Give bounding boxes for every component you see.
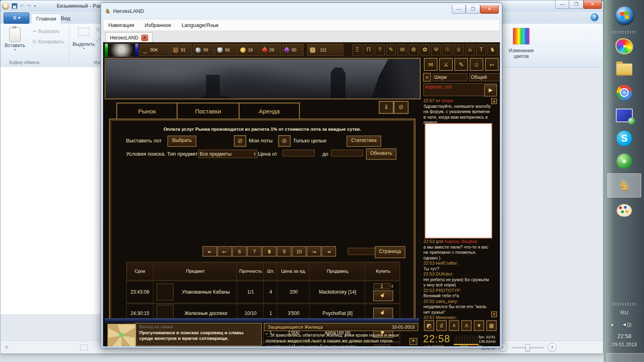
paint-app-menu-button[interactable]: ≣ ▾	[4, 12, 29, 24]
collapse-chat-icon[interactable]: ▼	[474, 320, 484, 331]
qat-dropdown-icon[interactable]: ▼	[33, 4, 37, 8]
masks-chat-icon[interactable]: ☺	[470, 58, 483, 71]
page-prev-button[interactable]: ↜	[217, 246, 232, 257]
chat-scroll-up-icon[interactable]: ▲	[491, 98, 497, 104]
item-icon[interactable]	[157, 284, 173, 300]
channel-spinner-icon[interactable]: ▲▼	[499, 75, 500, 79]
page-next-button[interactable]: ↝	[307, 246, 321, 257]
medal-icon[interactable]: ☉	[442, 44, 453, 56]
clear-chat-icon[interactable]: ◩	[424, 320, 434, 331]
buy-button[interactable]: ☛	[373, 308, 393, 319]
game-titlebar[interactable]: ♞ HeroesLAND — ❐ ✕	[101, 3, 502, 19]
tray-expand-icon[interactable]: ◄	[610, 323, 614, 327]
game-close-button[interactable]: ✕	[480, 5, 499, 14]
cancel-icon[interactable]: ⊘	[394, 101, 409, 114]
bank-icon[interactable]: Π	[363, 44, 374, 56]
font-small-icon[interactable]: A	[449, 320, 459, 331]
taskbar-item-paint[interactable]	[607, 200, 641, 221]
item-type-select[interactable]: Все предметы ▲▼	[198, 149, 258, 158]
menu-language[interactable]: Language/Язык	[182, 22, 219, 28]
paint-logo-icon[interactable]	[2, 2, 9, 10]
buy-qty-input[interactable]	[373, 283, 391, 290]
resize-icon[interactable]: ⤢	[96, 37, 100, 43]
log-scroll-icon[interactable]: Ƶ	[436, 320, 447, 331]
paste-button[interactable]: Вставить ▼	[4, 25, 26, 60]
copy-button[interactable]: ⎘ Копировать	[33, 39, 64, 45]
help-icon[interactable]: ?	[374, 44, 385, 56]
channel-select[interactable]: Общий ▲▼	[469, 73, 500, 82]
show-desktop-button[interactable]	[607, 353, 644, 362]
paint-maximize-button[interactable]: ❐	[569, 0, 584, 9]
recipient-input[interactable]	[432, 73, 468, 82]
taskbar-grip[interactable]	[612, 31, 636, 34]
zoom-slider[interactable]	[512, 347, 544, 348]
taskbar-item-explorer[interactable]	[607, 59, 641, 80]
screen-mode-icon[interactable]: ▦	[486, 320, 497, 331]
paint-minimize-button[interactable]: —	[555, 0, 570, 9]
language-indicator[interactable]: RU	[604, 310, 644, 316]
tab-rent[interactable]: Аренда	[239, 103, 300, 120]
buy-button[interactable]: ☛	[373, 290, 393, 301]
start-button[interactable]	[615, 6, 634, 25]
game-minimize-button[interactable]: —	[452, 5, 466, 14]
gear-icon[interactable]: ⚙	[408, 44, 419, 56]
game-maximize-button[interactable]: ❐	[466, 5, 480, 14]
wreath-icon[interactable]: ✿	[419, 44, 430, 56]
tray-grip[interactable]	[612, 302, 636, 306]
page-8-button-current[interactable]: 8	[262, 246, 277, 257]
stats-button[interactable]: Статистика	[347, 136, 381, 147]
tab-market[interactable]: Рынок	[116, 103, 178, 120]
paint-close-button[interactable]: ✕	[583, 0, 602, 9]
send-button[interactable]: ▶	[484, 84, 497, 97]
page-9-button[interactable]: 9	[277, 246, 291, 257]
taskbar-item-remote-desktop[interactable]	[607, 105, 641, 126]
page-7-button[interactable]: 7	[247, 246, 262, 257]
price-from-input[interactable]	[282, 149, 315, 157]
help-icon[interactable]: ?	[590, 13, 599, 21]
tab-view[interactable]: Вид	[56, 13, 75, 24]
font-large-icon[interactable]: A	[461, 320, 472, 331]
volume-icon[interactable]: ◄)))	[622, 322, 632, 327]
save-icon[interactable]	[12, 3, 17, 9]
coins-icon[interactable]: Ξ	[352, 44, 363, 56]
page-go-button[interactable]: Страница	[375, 246, 405, 258]
mail-icon[interactable]: ✉	[397, 44, 408, 56]
battle-chat-icon[interactable]: ⚔	[439, 58, 453, 71]
weathervane-chat-icon[interactable]: ➳	[485, 58, 499, 71]
chat-scroll-down-icon[interactable]: ▼	[491, 311, 497, 317]
news-header[interactable]: Защищающиеся Жилища 10-01-2013	[264, 323, 418, 331]
refresh-button[interactable]: Обновить	[366, 148, 396, 160]
taskbar-item-green-app[interactable]: ◈	[607, 150, 641, 172]
menu-favorites[interactable]: Избранное	[144, 22, 171, 28]
helm-icon[interactable]: ♞	[487, 44, 498, 56]
horn-chat-icon[interactable]: ✉	[424, 58, 438, 71]
crown-icon[interactable]: ♕	[453, 44, 464, 56]
undo-icon[interactable]: ↶	[20, 3, 24, 9]
recolor-button[interactable]: Изменение цветов	[504, 25, 538, 64]
page-10-button[interactable]: 10	[292, 246, 306, 257]
tab-supplies[interactable]: Поставки	[177, 103, 239, 120]
cut-button[interactable]: ✂ Вырезать	[33, 29, 60, 34]
trophy-icon[interactable]: Ψ	[431, 44, 442, 56]
hero-portrait[interactable]	[105, 43, 138, 57]
qty-spinner-icon[interactable]: ▲▼	[391, 284, 394, 288]
taskbar-item-heroesland[interactable]: ♞	[607, 173, 641, 197]
taskbar-item-skype[interactable]: S	[607, 128, 641, 149]
choose-button[interactable]: Выбрать	[167, 136, 196, 147]
menu-navigation[interactable]: Навигация	[108, 22, 134, 28]
zoom-slider-thumb[interactable]	[525, 344, 530, 352]
zoom-in-button[interactable]: +	[548, 343, 557, 352]
whole-only-toggle[interactable]: ⊘	[278, 135, 291, 147]
page-6-button[interactable]: 6	[232, 246, 247, 257]
select-spinner-icon[interactable]: ▲▼	[254, 152, 256, 156]
clock-date[interactable]: 29.01.2013	[604, 342, 644, 348]
clear-recipient-icon[interactable]: ✕	[423, 73, 431, 82]
taskbar-item-colorful-app[interactable]	[607, 36, 641, 56]
tab-close-icon[interactable]: ✕	[141, 35, 148, 41]
price-to-input[interactable]	[330, 149, 363, 157]
battle-icon[interactable]: ⚔	[464, 44, 475, 56]
scroll-icon[interactable]: ✎	[386, 44, 396, 56]
tavern-icon[interactable]: T	[476, 44, 487, 56]
clock-time[interactable]: 22:58	[604, 333, 644, 339]
redo-icon[interactable]: ↷	[27, 3, 31, 9]
